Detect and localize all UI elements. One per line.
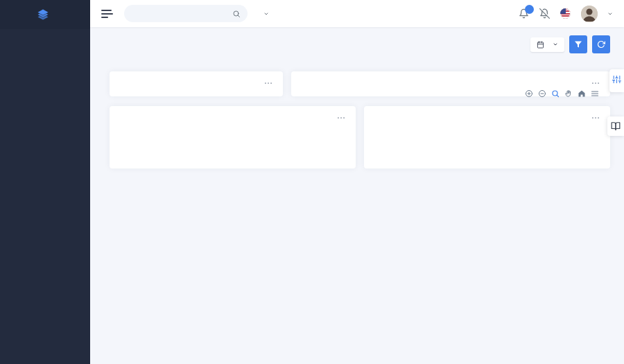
filter-button[interactable] xyxy=(569,35,587,53)
home-reset-icon[interactable] xyxy=(578,89,586,98)
hamburger-icon[interactable] xyxy=(101,10,113,18)
language-flag-icon[interactable] xyxy=(560,8,571,19)
builder-tab[interactable] xyxy=(609,69,624,92)
page-content xyxy=(90,27,624,364)
more-horizontal-icon[interactable] xyxy=(263,78,273,88)
calendar-icon xyxy=(537,41,544,49)
chevron-down-icon xyxy=(607,11,613,17)
avatar xyxy=(581,6,598,22)
header-actions xyxy=(530,35,610,53)
more-horizontal-icon[interactable] xyxy=(336,113,346,123)
layers-logo-icon xyxy=(37,8,49,21)
buy-orders-card xyxy=(364,106,610,168)
zoom-in-icon[interactable] xyxy=(525,89,533,98)
pan-hand-icon[interactable] xyxy=(564,89,573,98)
notification-count-badge xyxy=(525,5,534,14)
user-menu[interactable] xyxy=(581,6,613,22)
date-filter-button[interactable] xyxy=(530,37,564,52)
main-column xyxy=(90,0,624,364)
chart-menu-icon[interactable] xyxy=(591,89,599,98)
search-box xyxy=(124,5,248,22)
app-root xyxy=(0,0,624,364)
docs-tab[interactable] xyxy=(607,116,624,136)
refresh-button[interactable] xyxy=(592,35,610,53)
navbar-right xyxy=(519,6,613,22)
bell-off-icon[interactable] xyxy=(539,8,550,19)
book-open-icon xyxy=(611,121,621,131)
selection-zoom-icon[interactable] xyxy=(551,89,560,98)
candlestick-chart xyxy=(291,92,610,96)
notifications-bell-icon[interactable] xyxy=(519,8,529,19)
sliders-icon xyxy=(612,75,621,84)
markets-card xyxy=(110,71,283,96)
zoom-out-icon[interactable] xyxy=(538,89,546,98)
search-input[interactable] xyxy=(131,9,228,19)
more-horizontal-icon[interactable] xyxy=(591,78,600,88)
search-icon[interactable] xyxy=(232,10,241,18)
sidebar xyxy=(0,0,90,364)
top-navbar xyxy=(90,0,624,27)
page-header xyxy=(110,35,610,53)
chart-toolbar xyxy=(525,89,599,98)
orders-row xyxy=(110,106,610,168)
refresh-icon xyxy=(597,40,605,49)
chart-card xyxy=(291,71,610,96)
mega-menu[interactable] xyxy=(260,11,269,17)
sell-orders-card xyxy=(110,106,356,168)
more-horizontal-icon[interactable] xyxy=(591,113,600,123)
chevron-down-icon xyxy=(263,11,269,17)
brand[interactable] xyxy=(0,0,90,29)
middle-row xyxy=(110,71,610,96)
filter-icon xyxy=(574,40,582,49)
chevron-down-icon xyxy=(553,42,558,47)
